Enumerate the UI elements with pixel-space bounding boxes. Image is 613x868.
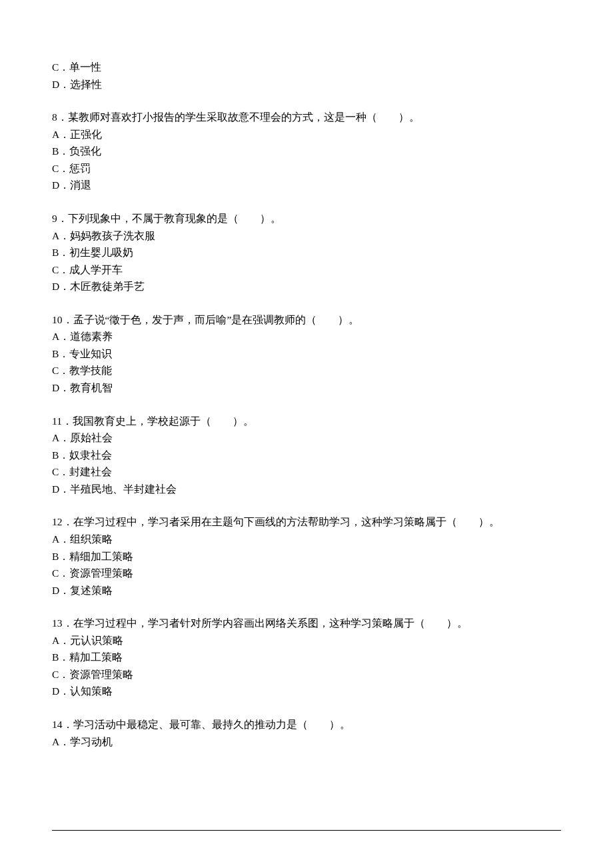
question-text: 在学习过程中，学习者采用在主题句下画线的方法帮助学习，这种学习策略属于（ ）。	[73, 516, 500, 527]
option-letter: C	[52, 567, 59, 579]
question-number: 11	[52, 415, 62, 427]
option-letter: B	[52, 348, 59, 359]
option-letter: D	[52, 281, 59, 292]
orphan-options: C．单一性 D．选择性	[52, 59, 561, 93]
option-text: 成人学开车	[69, 264, 123, 275]
option-letter: C	[52, 365, 59, 376]
option-letter: A	[52, 736, 59, 747]
option-text: 惩罚	[69, 163, 91, 174]
option-text: 妈妈教孩子洗衣服	[70, 230, 155, 241]
option-text: 精细加工策略	[69, 551, 133, 562]
option-line: D．认知策略	[52, 683, 561, 700]
question-stem: 8．某教师对喜欢打小报告的学生采取故意不理会的方式，这是一种（ ）。	[52, 109, 561, 126]
option-text: 正强化	[70, 129, 102, 140]
option-text: 奴隶社会	[69, 449, 112, 461]
option-letter: C	[52, 61, 59, 73]
option-text: 教学技能	[69, 365, 112, 376]
question-number: 12	[52, 516, 63, 527]
option-letter: D	[52, 382, 59, 393]
option-letter: D	[52, 79, 59, 90]
question-text: 在学习过程中，学习者针对所学内容画出网络关系图，这种学习策略属于（ ）。	[73, 617, 468, 629]
option-letter: D	[52, 585, 59, 596]
option-line: A．妈妈教孩子洗衣服	[52, 227, 561, 245]
option-letter: B	[52, 145, 59, 157]
question-stem: 10．孟子说“徵于色，发于声，而后喻”是在强调教师的（ ）。	[52, 311, 561, 329]
option-letter: C	[52, 669, 59, 680]
option-line: B．专业知识	[52, 345, 561, 363]
option-text: 教育机智	[70, 382, 113, 393]
option-letter: D	[52, 179, 59, 191]
option-letter: A	[52, 129, 59, 140]
option-letter: C	[52, 264, 59, 275]
option-text: 专业知识	[69, 348, 112, 359]
option-text: 认知策略	[70, 685, 113, 697]
option-text: 组织策略	[70, 533, 113, 545]
question-text: 我国教育史上，学校起源于（ ）。	[73, 415, 254, 427]
option-line: A．道德素养	[52, 328, 561, 345]
option-text: 资源管理策略	[69, 669, 133, 680]
question-stem: 11．我国教育史上，学校起源于（ ）。	[52, 413, 561, 430]
option-line: B．负强化	[52, 143, 561, 160]
option-letter: A	[52, 331, 59, 342]
option-letter: B	[52, 651, 59, 663]
question-stem: 12．在学习过程中，学习者采用在主题句下画线的方法帮助学习，这种学习策略属于（ …	[52, 513, 561, 531]
option-line: C．资源管理策略	[52, 666, 561, 683]
question-text: 下列现象中，不属于教育现象的是（ ）。	[68, 213, 281, 224]
question-number: 13	[52, 617, 63, 629]
question-block: 14．学习活动中最稳定、最可靠、最持久的推动力是（ ）。 A．学习动机	[52, 716, 561, 750]
option-letter: C	[52, 466, 59, 477]
question-number: 9	[52, 213, 57, 224]
option-text: 精加工策略	[69, 651, 123, 663]
option-letter: D	[52, 685, 59, 697]
question-block: 9．下列现象中，不属于教育现象的是（ ）。 A．妈妈教孩子洗衣服 B．初生婴儿吸…	[52, 210, 561, 295]
option-letter: D	[52, 483, 59, 495]
question-stem: 14．学习活动中最稳定、最可靠、最持久的推动力是（ ）。	[52, 716, 561, 733]
option-letter: A	[52, 230, 59, 241]
option-line: C．惩罚	[52, 160, 561, 177]
option-letter: B	[52, 449, 59, 461]
option-line: B．精加工策略	[52, 649, 561, 666]
option-text: 初生婴儿吸奶	[69, 247, 133, 258]
option-line: A．正强化	[52, 126, 561, 143]
question-block: 12．在学习过程中，学习者采用在主题句下画线的方法帮助学习，这种学习策略属于（ …	[52, 513, 561, 599]
question-text: 学习活动中最稳定、最可靠、最持久的推动力是（ ）。	[73, 719, 350, 730]
option-line: A．原始社会	[52, 429, 561, 447]
option-text: 半殖民地、半封建社会	[70, 483, 177, 495]
page-footer-rule	[52, 830, 561, 831]
option-line: B．奴隶社会	[52, 447, 561, 464]
option-letter: A	[52, 533, 59, 545]
document-page: C．单一性 D．选择性 8．某教师对喜欢打小报告的学生采取故意不理会的方式，这是…	[0, 0, 613, 868]
question-stem: 9．下列现象中，不属于教育现象的是（ ）。	[52, 210, 561, 227]
option-letter: C	[52, 163, 59, 174]
option-text: 元认识策略	[70, 635, 123, 646]
option-text: 学习动机	[70, 736, 113, 747]
option-text: 资源管理策略	[69, 567, 133, 579]
question-block: 13．在学习过程中，学习者针对所学内容画出网络关系图，这种学习策略属于（ ）。 …	[52, 615, 561, 700]
question-text: 某教师对喜欢打小报告的学生采取故意不理会的方式，这是一种（ ）。	[68, 111, 420, 123]
option-line: C．单一性	[52, 59, 561, 76]
option-line: C．封建社会	[52, 463, 561, 481]
option-line: D．消退	[52, 177, 561, 194]
option-text: 选择性	[70, 79, 102, 90]
question-block: 10．孟子说“徵于色，发于声，而后喻”是在强调教师的（ ）。 A．道德素养 B．…	[52, 311, 561, 397]
option-text: 木匠教徒弟手艺	[70, 281, 145, 292]
question-number: 8	[52, 111, 57, 123]
question-text: 孟子说“徵于色，发于声，而后喻”是在强调教师的（ ）。	[73, 314, 360, 325]
question-block: 11．我国教育史上，学校起源于（ ）。 A．原始社会 B．奴隶社会 C．封建社会…	[52, 413, 561, 498]
option-text: 消退	[70, 179, 91, 191]
option-line: D．教育机智	[52, 379, 561, 397]
question-stem: 13．在学习过程中，学习者针对所学内容画出网络关系图，这种学习策略属于（ ）。	[52, 615, 561, 632]
option-text: 负强化	[69, 145, 101, 157]
question-number: 14	[52, 719, 63, 730]
option-letter: A	[52, 432, 59, 443]
option-line: C．资源管理策略	[52, 565, 561, 582]
option-line: A．元认识策略	[52, 632, 561, 649]
option-line: B．精细加工策略	[52, 548, 561, 565]
option-letter: A	[52, 635, 59, 646]
option-line: A．组织策略	[52, 531, 561, 548]
question-block: 8．某教师对喜欢打小报告的学生采取故意不理会的方式，这是一种（ ）。 A．正强化…	[52, 109, 561, 194]
option-text: 复述策略	[70, 585, 113, 596]
option-text: 单一性	[69, 61, 101, 73]
option-line: D．半殖民地、半封建社会	[52, 481, 561, 498]
option-line: C．教学技能	[52, 362, 561, 379]
